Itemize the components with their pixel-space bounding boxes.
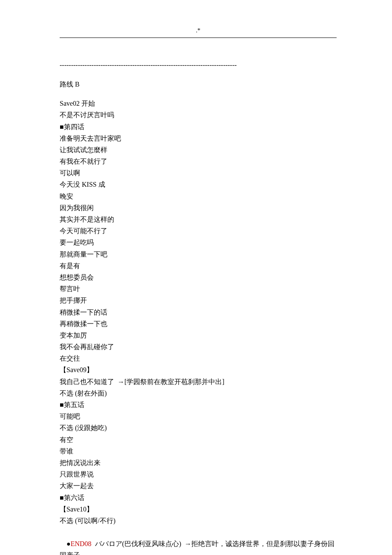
text-line: 再稍微揉一下也 bbox=[60, 318, 337, 330]
text-line: 【Save10】 bbox=[60, 503, 337, 515]
text-line: 有空 bbox=[60, 434, 337, 445]
text-line: 想想委员会 bbox=[60, 272, 337, 283]
text-line: 不选 (射在外面) bbox=[60, 387, 337, 399]
spacer bbox=[60, 90, 337, 98]
text-line: 不选 (没跟她吃) bbox=[60, 422, 337, 434]
end-code: END08 bbox=[71, 540, 92, 547]
text-line: 其实并不是这样的 bbox=[60, 214, 337, 225]
text-line: 晚安 bbox=[60, 191, 337, 202]
text-line: 在交往 bbox=[60, 353, 337, 364]
text-line: 因为我很闲 bbox=[60, 202, 337, 214]
text-line: 变本加厉 bbox=[60, 330, 337, 341]
text-line: 把情况说出来 bbox=[60, 457, 337, 468]
separator-line: ----------------------------------------… bbox=[60, 59, 337, 71]
text-line: 让我试试怎麼样 bbox=[60, 144, 337, 156]
text-line: 那就商量一下吧 bbox=[60, 249, 337, 260]
end-bullet: ● bbox=[66, 540, 71, 547]
text-line: 【Save09】 bbox=[60, 364, 337, 376]
end-line: ●END08 ババロア(巴伐利亚风味点心) →拒绝言叶，诚选择世界，但是刹那以妻… bbox=[60, 526, 337, 555]
text-line: 把手挪开 bbox=[60, 295, 337, 306]
header-rule bbox=[60, 38, 337, 38]
text-line: 我自己也不知道了 →[学园祭前在教室开苞刹那并中出] bbox=[60, 376, 337, 387]
text-line: 我不会再乱碰你了 bbox=[60, 341, 337, 353]
spacer bbox=[60, 71, 337, 78]
text-line: 大家一起去 bbox=[60, 480, 337, 491]
text-line: 只跟世界说 bbox=[60, 468, 337, 480]
text-line: 可能吧 bbox=[60, 410, 337, 422]
text-line: ■第六话 bbox=[60, 492, 337, 503]
text-line: ■第四话 bbox=[60, 121, 337, 133]
text-line: 有是有 bbox=[60, 260, 337, 272]
body-lines: Save02 开始不是不讨厌言叶吗■第四话准备明天去言叶家吧让我试试怎麼样有我在… bbox=[60, 98, 337, 526]
text-line: 要一起吃吗 bbox=[60, 237, 337, 248]
end-text: ババロア(巴伐利亚风味点心) →拒绝言叶，诚选择世界，但是刹那以妻子身份回国产子… bbox=[60, 540, 334, 555]
text-line: 不选 (可以啊/不行) bbox=[60, 515, 337, 526]
page-header-mark: .* bbox=[60, 26, 337, 36]
document-page: .* -------------------------------------… bbox=[0, 0, 392, 555]
text-line: 帮言叶 bbox=[60, 283, 337, 295]
text-line: Save02 开始 bbox=[60, 98, 337, 109]
text-line: 今天没 KISS 成 bbox=[60, 179, 337, 190]
text-line: 带谁 bbox=[60, 445, 337, 457]
text-line: 可以啊 bbox=[60, 167, 337, 179]
text-line: 有我在不就行了 bbox=[60, 156, 337, 167]
text-line: 不是不讨厌言叶吗 bbox=[60, 109, 337, 121]
text-line: 稍微揉一下的话 bbox=[60, 306, 337, 318]
text-line: 今天可能不行了 bbox=[60, 225, 337, 237]
route-title: 路线 B bbox=[60, 78, 337, 90]
text-line: ■第五话 bbox=[60, 399, 337, 410]
text-line: 准备明天去言叶家吧 bbox=[60, 133, 337, 144]
